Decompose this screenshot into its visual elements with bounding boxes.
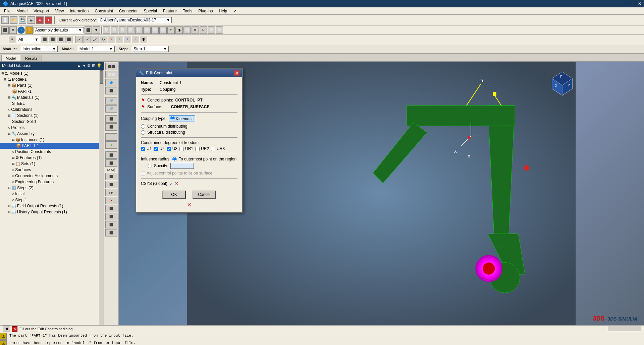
specify-input[interactable] <box>170 163 194 169</box>
tree-item-profiles[interactable]: ○ Profiles <box>0 125 99 131</box>
view3d-3[interactable]: ⬜ <box>119 26 126 34</box>
tree-item-part1[interactable]: 📦 PART-1 <box>0 88 99 94</box>
view3d-12[interactable]: ⬜ <box>208 26 215 34</box>
tree-item-calibrations[interactable]: ○ Calibrations <box>0 107 99 113</box>
sidebar-down-icon[interactable]: ▼ <box>82 63 86 68</box>
close-button[interactable]: ✕ <box>638 1 641 6</box>
model-combo[interactable]: Model-1 ▼ <box>78 46 115 52</box>
tree-item-initial[interactable]: ○ Initial <box>0 191 99 197</box>
rotate-undo[interactable]: ↺ <box>192 26 199 34</box>
menu-item-tools[interactable]: Tools <box>180 8 195 14</box>
vt-seed-edge[interactable]: ⬛⬛ <box>105 63 117 70</box>
menu-item-help[interactable]: Help <box>216 8 230 14</box>
vt-interact-2[interactable]: 🔗 <box>105 105 117 113</box>
view3d-2[interactable]: ⬜ <box>111 26 118 34</box>
view-btn-2[interactable]: ≣ <box>9 26 17 34</box>
view3d-8[interactable]: ⬜ <box>159 26 167 34</box>
view3d-1[interactable]: ⬜ <box>103 26 110 34</box>
vt-tool-6[interactable]: ⬛ <box>105 213 117 220</box>
tree-item-instances[interactable]: ⊟ 📦 Instances (1) <box>0 137 99 143</box>
menu-item-feature[interactable]: Feature <box>160 8 179 14</box>
view3d-5[interactable]: ⬜ <box>135 26 143 34</box>
redo-button[interactable]: ● <box>45 16 52 24</box>
menu-item-interaction[interactable]: Interaction <box>67 8 91 14</box>
menu-item-arrow[interactable]: ↗ <box>230 8 239 14</box>
tree-item-step1[interactable]: ○ Step-1 <box>0 197 99 203</box>
menu-item-model[interactable]: Model <box>14 8 30 14</box>
dof-u1-check[interactable] <box>141 147 145 151</box>
tree-item-parts[interactable]: ⊟ 📦 Parts (1) <box>0 82 99 88</box>
tree-item-sections[interactable]: ⊟ 📄 Sections (1) <box>0 113 99 119</box>
vt-tool-7[interactable]: ⬛ <box>105 221 117 228</box>
color-btn[interactable]: 🎨 <box>25 26 33 34</box>
menu-item-plugins[interactable]: Plug-ins <box>196 8 215 14</box>
influence-specify-radio[interactable] <box>148 164 152 168</box>
expand-materials[interactable]: ⊟ <box>8 96 11 99</box>
vt-constraint-1[interactable]: ⬛ <box>105 115 117 123</box>
dof-ur3-check[interactable] <box>211 147 215 151</box>
filter-btn[interactable]: ⬛ <box>41 36 48 43</box>
tree-item-pos-constraints[interactable]: ○ Position Constraints <box>0 149 99 155</box>
vt-tool-5[interactable]: ⬛ <box>105 205 117 212</box>
csys-select-icon[interactable]: ↙ <box>169 181 173 186</box>
step-dropdown-icon[interactable]: ▼ <box>163 47 167 51</box>
structural-radio[interactable] <box>141 130 145 135</box>
cwd-combo[interactable]: C:\Users\yanran\Desktop\03-17 ▼ <box>98 17 172 23</box>
tree-item-materials[interactable]: ⊟ 🔩 Materials (1) <box>0 94 99 100</box>
filter-btn2[interactable]: ⬛ <box>49 36 56 43</box>
menu-item-special[interactable]: Special <box>141 8 159 14</box>
expand-models[interactable]: ⊟ <box>1 72 4 75</box>
tree-item-features[interactable]: ⊞ ⚙ Features (1) <box>0 155 99 161</box>
all-select-combo[interactable]: All▼ <box>17 36 40 43</box>
expand-model1[interactable]: ⊟ <box>4 78 7 81</box>
vt-constraint-2[interactable]: ⬛ <box>105 123 117 131</box>
tree-item-sets[interactable]: ⊞ 📋 Sets (1) <box>0 161 99 167</box>
vt-tool-1[interactable]: ⬛ <box>105 151 117 159</box>
menu-item-viewport[interactable]: Viewport <box>31 8 52 14</box>
expand-field-output[interactable]: ⊞ <box>8 204 11 208</box>
undo-button[interactable]: ● <box>36 16 44 24</box>
tree-item-model1[interactable]: ⊟ 🗂 Model-1 <box>0 76 99 82</box>
vt-add-btn[interactable]: + <box>105 141 117 149</box>
vt-interact-1[interactable]: 🔗 <box>105 97 117 105</box>
view3d-11[interactable]: ⬜ <box>183 26 191 34</box>
step-combo[interactable]: Step-1 ▼ <box>132 46 169 52</box>
new-button[interactable]: 📄 <box>1 16 9 24</box>
sidebar-copy-icon[interactable]: ⧉ <box>88 63 91 68</box>
assembly-defaults-combo[interactable]: Assembly defaults ▼ <box>34 27 84 33</box>
select-btn[interactable]: ↖ <box>9 36 16 43</box>
sidebar-scrollbar[interactable] <box>99 70 104 325</box>
ok-button[interactable]: OK <box>162 191 186 199</box>
axis-4[interactable]: 4 <box>132 36 139 43</box>
dialog-close-button[interactable]: ✕ <box>234 70 239 76</box>
vt-tool-8[interactable]: ⬛ <box>105 229 117 236</box>
assembly-btn-2[interactable]: ▼ <box>93 26 100 34</box>
titlebar-controls[interactable]: — □ ✕ <box>626 1 641 6</box>
tree-item-assembly[interactable]: ⊟ 🔧 Assembly <box>0 131 99 137</box>
dof-ur1-check[interactable] <box>179 147 184 151</box>
print-button[interactable]: 🖨 <box>28 16 35 24</box>
sidebar-filter-icon[interactable]: ⊞ <box>92 63 95 68</box>
tree-item-steps[interactable]: ⊟ 🔢 Steps (2) <box>0 185 99 191</box>
continuum-radio[interactable] <box>141 124 145 129</box>
tree-item-history-output[interactable]: ⊞ 📊 History Output Requests (1) <box>0 209 99 215</box>
filter-btn3[interactable]: ⬛ <box>57 36 64 43</box>
axis-y[interactable]: ᵧ✕ <box>84 36 91 43</box>
expand-sections[interactable]: ⊟ <box>8 114 11 117</box>
axis-z[interactable]: z✕ <box>92 36 99 43</box>
vt-tool-4[interactable]: ⬛ <box>105 181 117 188</box>
tree-item-part11[interactable]: 📦 PART-1-1 <box>0 143 99 149</box>
model-dropdown-icon[interactable]: ▼ <box>109 47 113 51</box>
assembly-dropdown-icon[interactable]: ▼ <box>78 28 82 32</box>
save-button[interactable]: 💾 <box>19 16 26 24</box>
tab-results[interactable]: Results <box>21 55 42 61</box>
adjust-checkbox[interactable] <box>141 171 145 176</box>
tree-item-engineering-features[interactable]: ○ Engineering Features <box>0 179 99 185</box>
tree-item-connector-assignments[interactable]: ○ Connector Assignments <box>0 173 99 179</box>
info-btn[interactable]: ℹ <box>17 26 25 34</box>
assembly-btn-extra[interactable]: ⬛ <box>85 26 92 34</box>
module-dropdown-icon[interactable]: ▼ <box>52 47 56 51</box>
vt-connector-1[interactable]: ― <box>105 133 117 141</box>
tree-item-field-output[interactable]: ⊞ 📊 Field Output Requests (1) <box>0 203 99 209</box>
tree-item-models[interactable]: ⊟ 🗂 Models (1) <box>0 70 99 76</box>
